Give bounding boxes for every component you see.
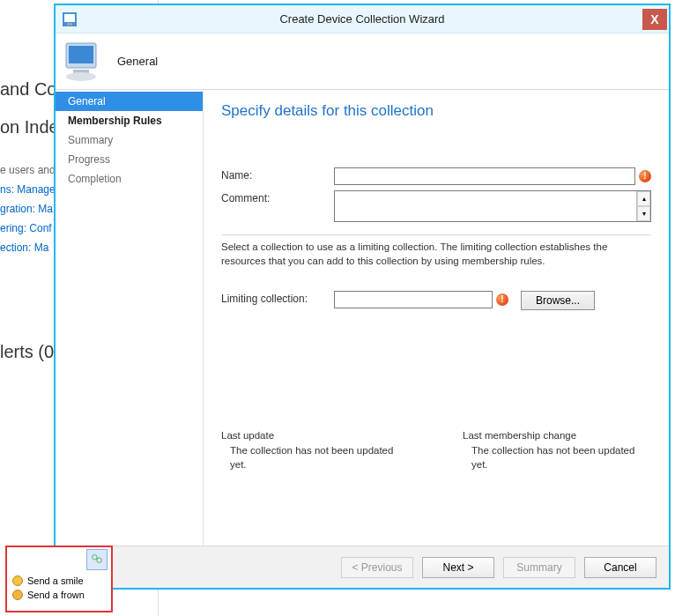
spin-down-button[interactable]: ▾: [637, 206, 650, 221]
limiting-label: Limiting collection:: [221, 291, 334, 305]
send-smile-item[interactable]: Send a smile: [7, 574, 111, 588]
send-frown-item[interactable]: Send a frown: [7, 588, 111, 602]
header-title: General: [117, 55, 158, 68]
close-button[interactable]: X: [642, 9, 667, 30]
previous-button: < Previous: [341, 557, 413, 578]
feedback-icon: [91, 553, 103, 567]
comment-box: ▴ ▾: [334, 190, 651, 222]
chevron-up-icon: ▴: [642, 195, 646, 203]
comment-label: Comment:: [221, 190, 334, 204]
last-membership-block: Last membership change The collection ha…: [463, 430, 651, 471]
error-icon: !: [639, 170, 651, 182]
limiting-input[interactable]: [334, 291, 493, 308]
last-update-value: The collection has not been updated yet.: [221, 444, 397, 471]
close-icon: X: [650, 12, 658, 26]
browse-button[interactable]: Browse...: [521, 291, 595, 310]
smile-icon: [12, 575, 23, 586]
nav-item-progress[interactable]: Progress: [56, 150, 203, 169]
header-strip: General: [56, 33, 669, 90]
feedback-launcher-button[interactable]: [86, 549, 108, 570]
nav-item-completion[interactable]: Completion: [56, 169, 203, 189]
send-smile-label: Send a smile: [27, 575, 84, 586]
wizard-icon: [63, 12, 77, 26]
comment-input[interactable]: [335, 191, 636, 221]
frown-icon: [12, 590, 23, 600]
svg-point-6: [66, 72, 96, 81]
name-input[interactable]: [334, 167, 635, 185]
wizard-footer: < Previous Next > Summary Cancel: [56, 545, 669, 588]
computer-icon: [63, 41, 107, 82]
last-membership-value: The collection has not been updated yet.: [463, 444, 639, 471]
divider: [221, 234, 651, 235]
send-frown-label: Send a frown: [27, 590, 85, 600]
name-label: Name:: [221, 167, 334, 182]
svg-rect-2: [67, 23, 72, 26]
nav-item-membership[interactable]: Membership Rules: [56, 111, 203, 130]
error-icon: !: [496, 293, 508, 306]
limiting-hint: Select a collection to use as a limiting…: [221, 241, 651, 268]
wizard-window: Create Device Collection Wizard X Genera…: [54, 4, 671, 590]
chevron-down-icon: ▾: [642, 210, 646, 218]
titlebar: Create Device Collection Wizard X: [56, 5, 669, 33]
wizard-nav: General Membership Rules Summary Progres…: [56, 90, 204, 545]
last-membership-label: Last membership change: [463, 430, 651, 441]
nav-item-general[interactable]: General: [56, 92, 203, 111]
svg-rect-1: [64, 14, 75, 22]
wizard-content: Specify details for this collection Name…: [204, 90, 669, 545]
last-update-label: Last update: [221, 430, 410, 441]
nav-item-summary[interactable]: Summary: [56, 130, 203, 150]
spin-up-button[interactable]: ▴: [637, 191, 650, 206]
window-title: Create Device Collection Wizard: [82, 12, 642, 26]
summary-button: Summary: [503, 557, 575, 578]
last-update-block: Last update The collection has not been …: [221, 430, 410, 471]
cancel-button[interactable]: Cancel: [584, 557, 656, 578]
svg-rect-4: [69, 46, 93, 63]
next-button[interactable]: Next >: [422, 557, 494, 578]
feedback-popup: Send a smile Send a frown: [5, 545, 113, 612]
content-heading: Specify details for this collection: [221, 102, 651, 120]
